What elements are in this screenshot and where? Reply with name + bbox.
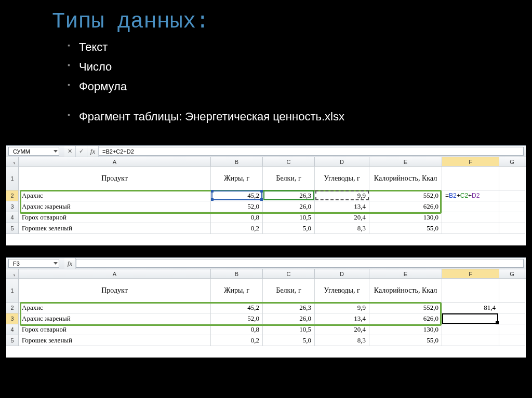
col-header[interactable]: A: [19, 269, 211, 278]
cell-editing[interactable]: =B2+C2+D2: [442, 190, 499, 201]
spreadsheet-grid[interactable]: A B C D E F G 1 Продукт Жиры, г Белки, г…: [6, 269, 526, 358]
cell[interactable]: [499, 335, 525, 346]
cell[interactable]: 0,8: [211, 212, 263, 223]
row-header[interactable]: 1: [6, 167, 19, 190]
cell[interactable]: 9,9: [315, 190, 369, 201]
cell[interactable]: 626,0: [369, 313, 442, 324]
dropdown-icon[interactable]: [54, 262, 58, 265]
spreadsheet-grid[interactable]: A B C D E F G 1 Продукт Жиры, г Белки, г…: [6, 157, 526, 245]
cell[interactable]: Белки, г: [263, 167, 315, 190]
cell[interactable]: [442, 324, 499, 335]
cell[interactable]: 20,4: [315, 324, 369, 335]
cell[interactable]: Продукт: [19, 167, 211, 190]
cell[interactable]: 13,4: [315, 313, 369, 324]
cell[interactable]: Горошек зеленый: [19, 335, 211, 346]
cell[interactable]: 26,3: [263, 303, 315, 313]
row-header[interactable]: 2: [6, 303, 19, 313]
row-header[interactable]: 3: [6, 313, 19, 324]
cell[interactable]: 55,0: [369, 335, 442, 346]
col-header[interactable]: C: [263, 157, 315, 166]
fx-icon[interactable]: fx: [87, 146, 99, 157]
col-header[interactable]: F: [442, 269, 499, 278]
dropdown-icon[interactable]: [54, 150, 58, 153]
cell[interactable]: 13,4: [315, 201, 369, 212]
cell[interactable]: 9,9: [315, 303, 369, 313]
row-header[interactable]: 4: [6, 324, 19, 335]
row-header[interactable]: 5: [6, 335, 19, 346]
cell[interactable]: 552,0: [369, 190, 442, 201]
cell[interactable]: 8,3: [315, 223, 369, 234]
row-header[interactable]: 4: [6, 212, 19, 223]
cell[interactable]: 552,0: [369, 303, 442, 313]
cell[interactable]: [499, 167, 525, 190]
cell[interactable]: 26,3: [263, 190, 315, 201]
cell[interactable]: 0,2: [211, 223, 263, 234]
cell[interactable]: 5,0: [263, 335, 315, 346]
cell[interactable]: [499, 190, 525, 201]
col-header[interactable]: E: [369, 157, 442, 166]
col-header[interactable]: G: [499, 269, 525, 278]
cell[interactable]: 10,5: [263, 324, 315, 335]
col-header[interactable]: C: [263, 269, 315, 278]
cell[interactable]: 8,3: [315, 335, 369, 346]
cell[interactable]: [499, 303, 525, 313]
cell[interactable]: 0,2: [211, 335, 263, 346]
cell[interactable]: [499, 223, 525, 234]
cell[interactable]: [442, 313, 499, 324]
cell[interactable]: Арахис: [19, 303, 211, 313]
cell[interactable]: [442, 335, 499, 346]
cell[interactable]: Горох отварной: [19, 212, 211, 223]
cell[interactable]: [499, 324, 525, 335]
cell[interactable]: Горошек зеленый: [19, 223, 211, 234]
name-box[interactable]: СУММ: [8, 147, 59, 156]
col-header[interactable]: D: [315, 269, 369, 278]
cell[interactable]: [442, 167, 499, 190]
cell[interactable]: 45,2: [211, 303, 263, 313]
cell[interactable]: 26,0: [263, 201, 315, 212]
select-all-corner[interactable]: [6, 157, 19, 166]
formula-input[interactable]: =B2+C2+D2: [99, 147, 524, 156]
cell[interactable]: 45,2: [211, 190, 263, 201]
col-header[interactable]: A: [19, 157, 211, 166]
cell[interactable]: 0,8: [211, 324, 263, 335]
col-header[interactable]: D: [315, 157, 369, 166]
select-all-corner[interactable]: [6, 269, 19, 278]
cell[interactable]: Горох отварной: [19, 324, 211, 335]
row-header[interactable]: 3: [6, 201, 19, 212]
enter-icon[interactable]: ✓: [76, 146, 87, 157]
cell[interactable]: [499, 279, 525, 303]
cell[interactable]: [499, 313, 525, 324]
cell[interactable]: 5,0: [263, 223, 315, 234]
cell[interactable]: [499, 212, 525, 223]
cell[interactable]: 130,0: [369, 324, 442, 335]
cell[interactable]: Калорийность, Ккал: [369, 167, 442, 190]
cell[interactable]: 52,0: [211, 201, 263, 212]
col-header[interactable]: B: [211, 157, 263, 166]
row-header[interactable]: 2: [6, 190, 19, 201]
row-header[interactable]: 5: [6, 223, 19, 234]
row-header[interactable]: 1: [6, 279, 19, 303]
cell[interactable]: [499, 201, 525, 212]
cell[interactable]: [442, 201, 499, 212]
cancel-icon[interactable]: ✕: [64, 146, 76, 157]
cell[interactable]: Углеводы, г: [315, 279, 369, 303]
cell[interactable]: Жиры, г: [211, 167, 263, 190]
cell[interactable]: [442, 212, 499, 223]
cell[interactable]: 26,0: [263, 313, 315, 324]
cell[interactable]: 626,0: [369, 201, 442, 212]
cell[interactable]: 55,0: [369, 223, 442, 234]
cell[interactable]: 130,0: [369, 212, 442, 223]
cell[interactable]: Белки, г: [263, 279, 315, 303]
cell[interactable]: Углеводы, г: [315, 167, 369, 190]
col-header[interactable]: B: [211, 269, 263, 278]
cell[interactable]: Арахис: [19, 190, 211, 201]
cell[interactable]: 20,4: [315, 212, 369, 223]
cell[interactable]: [442, 223, 499, 234]
fx-icon[interactable]: fx: [64, 258, 76, 269]
cell[interactable]: 10,5: [263, 212, 315, 223]
cell[interactable]: 81,4: [442, 303, 499, 313]
cell[interactable]: Арахис жареный: [19, 313, 211, 324]
col-header[interactable]: E: [369, 269, 442, 278]
name-box[interactable]: F3: [8, 259, 59, 268]
cell[interactable]: Калорийность, Ккал: [369, 279, 442, 303]
